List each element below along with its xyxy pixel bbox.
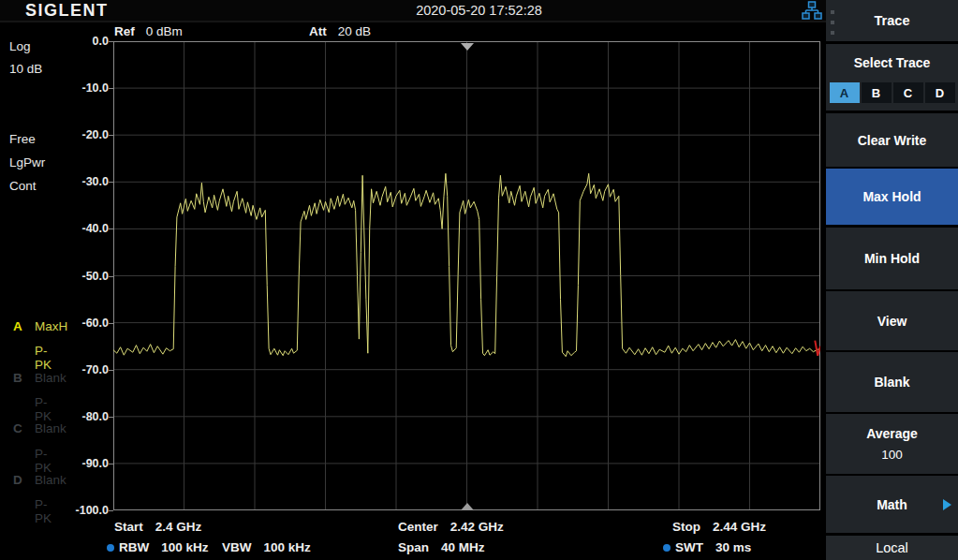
y-axis-tick: [109, 510, 113, 511]
power-mode: LgPwr: [9, 155, 45, 169]
trace-option-a[interactable]: A: [830, 82, 860, 103]
submenu-arrow-icon: [943, 499, 951, 510]
spectrum-analyzer-screen: SIGLENT 2020-05-20 17:52:28 Ref0 dBm Att…: [0, 0, 958, 560]
stop-label: Stop: [672, 520, 700, 534]
vbw-label: VBW: [222, 540, 252, 554]
select-trace-label: Select Trace: [854, 55, 931, 70]
rbw-label: RBW: [119, 540, 149, 554]
trace-d-detector-label: P-PK: [35, 497, 52, 525]
sweep-mode: Cont: [9, 179, 37, 193]
attenuation: Att20 dB: [309, 24, 371, 38]
trace-c-id: C: [13, 421, 22, 435]
y-axis-tick-label: -60.0: [60, 317, 109, 330]
trace-a-detector-label: P-PK: [35, 344, 52, 372]
center-value: 2.42 GHz: [450, 520, 504, 534]
trace-d-mode: Blank: [35, 473, 66, 487]
menu-title: Trace: [826, 0, 958, 41]
softkey-menu: Trace Select Trace A B C D Clear Write M…: [826, 0, 958, 560]
att-value: 20 dB: [338, 24, 371, 38]
trace-b-id: B: [13, 371, 22, 385]
local-button[interactable]: Local: [826, 536, 958, 560]
select-trace-section: Select Trace A B C D: [826, 44, 958, 111]
span-value: 40 MHz: [441, 540, 485, 554]
average-button[interactable]: Average 100: [826, 414, 958, 474]
y-axis-tick-label: -30.0: [60, 175, 109, 188]
start-value: 2.4 GHz: [155, 520, 202, 534]
start-label: Start: [114, 520, 143, 534]
trace-d-id: D: [13, 473, 22, 487]
center-frequency: Center2.42 GHz: [398, 520, 504, 534]
trigger-mode: Free: [9, 132, 36, 146]
max-hold-button[interactable]: Max Hold: [826, 169, 958, 225]
amp-scale-type: Log: [9, 39, 31, 53]
header-bar: SIGLENT 2020-05-20 17:52:28: [0, 0, 826, 22]
blank-button[interactable]: Blank: [826, 352, 958, 412]
swt-setting: SWT30 ms: [675, 540, 751, 554]
ref-value: 0 dBm: [146, 24, 183, 38]
rbw-indicator-icon: [107, 544, 114, 552]
y-axis-tick-label: 0.0: [60, 35, 109, 48]
start-frequency: Start2.4 GHz: [114, 520, 201, 534]
span-setting: Span40 MHz: [398, 540, 485, 554]
menu-title-label: Trace: [875, 13, 910, 28]
ref-level: Ref0 dBm: [114, 24, 183, 38]
center-label: Center: [398, 520, 438, 534]
span-label: Span: [398, 540, 429, 554]
trace-option-d[interactable]: D: [925, 82, 955, 103]
network-icon: [802, 1, 822, 20]
y-axis-tick-label: -20.0: [60, 128, 109, 141]
trace-c-detector-label: P-PK: [35, 447, 52, 475]
trace-b-detector-label: P-PK: [35, 395, 52, 423]
trace-option-b[interactable]: B: [862, 82, 892, 103]
clear-write-button[interactable]: Clear Write: [826, 113, 958, 167]
trace-option-c[interactable]: C: [893, 82, 923, 103]
y-axis-tick-label: -70.0: [60, 363, 109, 376]
spectrum-plot: [113, 41, 820, 510]
math-button[interactable]: Math: [826, 476, 958, 533]
y-axis-tick-label: -40.0: [60, 222, 109, 235]
min-hold-button[interactable]: Min Hold: [826, 228, 958, 289]
amp-scale-div: 10 dB: [9, 62, 42, 76]
y-axis-tick-label: -90.0: [60, 457, 109, 470]
swt-value: 30 ms: [715, 540, 751, 554]
average-label: Average: [866, 426, 918, 441]
trace-a-id: A: [13, 319, 22, 333]
trace-c-mode: Blank: [35, 421, 66, 435]
y-axis-tick-label: -80.0: [60, 410, 109, 423]
center-freq-marker-bottom-icon: [461, 503, 474, 510]
math-label: Math: [877, 497, 907, 512]
menu-handle-dots-icon: [831, 10, 834, 35]
stop-frequency: Stop2.44 GHz: [672, 520, 766, 534]
average-value: 100: [881, 448, 903, 462]
vbw-value: 100 kHz: [264, 540, 311, 554]
center-freq-marker-top-icon: [461, 43, 474, 51]
y-axis-tick-label: -10.0: [60, 81, 109, 95]
trace-selector: A B C D: [830, 82, 955, 103]
att-label: Att: [309, 24, 327, 38]
y-axis-tick-label: -50.0: [60, 270, 109, 283]
vbw-setting: VBW100 kHz: [222, 540, 311, 554]
rbw-setting: RBW100 kHz: [119, 540, 209, 554]
swt-label: SWT: [675, 540, 703, 554]
swt-indicator-icon: [663, 544, 671, 552]
ref-label: Ref: [114, 24, 135, 38]
view-button[interactable]: View: [826, 291, 958, 350]
rbw-value: 100 kHz: [161, 540, 208, 554]
stop-value: 2.44 GHz: [713, 520, 766, 534]
y-axis-tick-label: -100.0: [60, 504, 109, 517]
